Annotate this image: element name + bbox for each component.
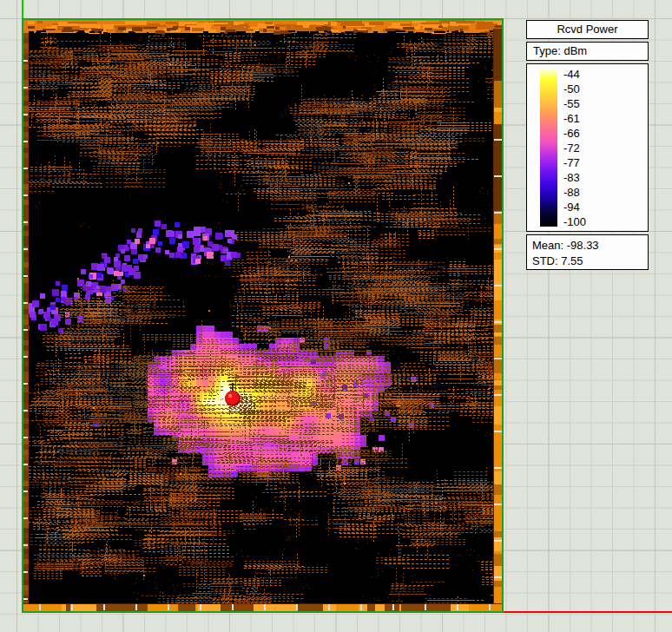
colorbar-tick-label: -83 bbox=[563, 171, 616, 184]
colorbar-tick-label: -61 bbox=[563, 112, 616, 125]
colorbar-tick-label: -55 bbox=[563, 97, 616, 110]
colorbar-tick-label: -72 bbox=[563, 142, 616, 155]
std-value: STD: 7.55 bbox=[532, 253, 648, 269]
received-power-heatmap bbox=[23, 20, 502, 611]
colorbar-tick-label: -44 bbox=[563, 68, 616, 81]
colorbar-tick-label: -100 bbox=[563, 215, 616, 228]
colorbar-tick-label: -77 bbox=[563, 156, 616, 169]
legend-color-scale: -44-50-55-61-66-72-77-83-88-94-100 bbox=[526, 63, 649, 232]
legend-type-label: Type: dBm bbox=[526, 42, 649, 61]
colorbar-tick-labels: -44-50-55-61-66-72-77-83-88-94-100 bbox=[563, 68, 616, 228]
colorbar-tick-label: -94 bbox=[563, 201, 616, 214]
legend-statistics: Mean: -98.33 STD: 7.55 bbox=[526, 234, 649, 270]
colorbar-tick-label: -88 bbox=[563, 186, 616, 199]
colorbar-tick-label: -66 bbox=[563, 127, 616, 140]
mean-value: Mean: -98.33 bbox=[532, 238, 648, 253]
legend-panel: Rcvd Power Type: dBm -44-50-55-61-66-72-… bbox=[526, 20, 649, 273]
colorbar-gradient bbox=[540, 69, 557, 227]
workspace: Rcvd Power Type: dBm -44-50-55-61-66-72-… bbox=[0, 0, 672, 632]
coverage-map-viewport[interactable] bbox=[22, 18, 504, 613]
legend-title: Rcvd Power bbox=[526, 20, 649, 39]
colorbar-tick-label: -50 bbox=[563, 82, 616, 95]
